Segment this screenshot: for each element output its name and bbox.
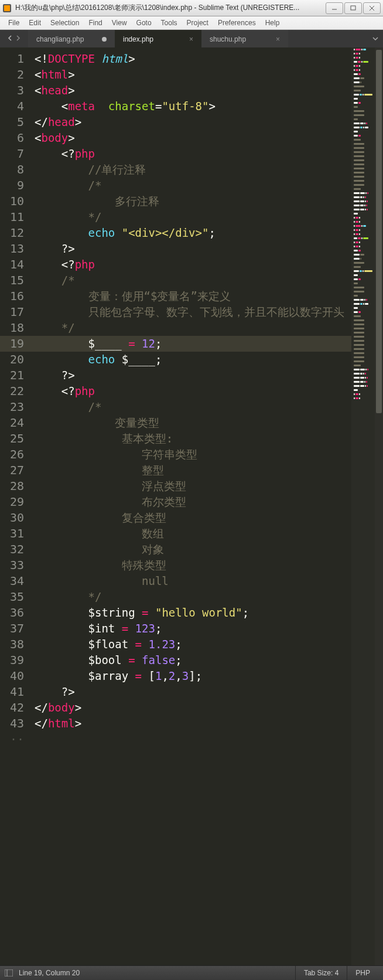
code-line[interactable]: /* — [31, 273, 351, 288]
code-line[interactable]: <?php — [31, 257, 351, 273]
code-line[interactable]: 变量：使用“$变量名”来定义 — [31, 288, 351, 304]
line-number[interactable]: 10 — [0, 193, 31, 209]
code-line[interactable]: $____ = 12; — [31, 336, 351, 352]
code-line[interactable]: 只能包含字母、数字、下划线，并且不能以数字开头 — [31, 304, 351, 320]
line-number[interactable]: 13 — [0, 241, 31, 257]
code-line[interactable]: </head> — [31, 114, 351, 130]
code-line[interactable]: $bool = false; — [31, 652, 351, 668]
line-number[interactable]: 20 — [0, 352, 31, 368]
line-number[interactable]: 37 — [0, 621, 31, 637]
code-line[interactable]: $int = 123; — [31, 621, 351, 637]
menu-tools[interactable]: Tools — [156, 18, 182, 28]
code-line[interactable]: <body> — [31, 130, 351, 146]
line-number[interactable]: 36 — [0, 605, 31, 621]
line-number[interactable]: 39 — [0, 652, 31, 668]
line-number[interactable]: 35 — [0, 589, 31, 605]
code-line[interactable]: <head> — [31, 83, 351, 98]
line-number[interactable]: 14 — [0, 257, 31, 273]
menu-view[interactable]: View — [107, 18, 132, 28]
tab-changliang[interactable]: changliang.php — [28, 30, 115, 47]
code-line[interactable]: <?php — [31, 383, 351, 399]
line-number[interactable]: 16 — [0, 288, 31, 304]
tab-overflow-button[interactable] — [368, 30, 383, 47]
titlebar[interactable]: H:\我的u盘\php\总结\20161208\老师演示\1208\index.… — [0, 0, 383, 16]
code-line[interactable]: */ — [31, 589, 351, 605]
line-number[interactable]: 11 — [0, 209, 31, 225]
code-line[interactable]: 复合类型 — [31, 510, 351, 526]
line-number[interactable]: 23 — [0, 399, 31, 415]
line-number[interactable]: 22 — [0, 383, 31, 399]
line-number[interactable]: 5 — [0, 114, 31, 130]
tab-index[interactable]: index.php × — [115, 30, 201, 47]
scrollbar-thumb[interactable] — [376, 50, 382, 413]
line-number[interactable]: 32 — [0, 542, 31, 557]
menu-file[interactable]: File — [4, 18, 24, 28]
code-line[interactable]: 变量类型 — [31, 415, 351, 431]
line-number[interactable]: 19 — [0, 336, 31, 352]
code-line[interactable]: 数组 — [31, 526, 351, 542]
code-line[interactable]: null — [31, 573, 351, 589]
code-line[interactable]: */ — [31, 209, 351, 225]
code-line[interactable]: $float = 1.23; — [31, 637, 351, 652]
code-line[interactable]: $string = "hello world"; — [31, 605, 351, 621]
line-number[interactable]: 30 — [0, 510, 31, 526]
minimap[interactable] — [351, 47, 375, 965]
maximize-button[interactable] — [344, 2, 362, 14]
menu-preferences[interactable]: Preferences — [213, 18, 261, 28]
code-line[interactable]: </body> — [31, 700, 351, 716]
line-number[interactable]: 6 — [0, 130, 31, 146]
line-number[interactable]: 43 — [0, 716, 31, 731]
code-line[interactable]: <meta charset="utf-8"> — [31, 98, 351, 114]
vertical-scrollbar[interactable] — [375, 47, 383, 965]
line-number[interactable]: 18 — [0, 320, 31, 336]
menu-selection[interactable]: Selection — [46, 18, 84, 28]
line-number[interactable]: 34 — [0, 573, 31, 589]
line-number[interactable]: 26 — [0, 447, 31, 462]
code-line[interactable]: 多行注释 — [31, 193, 351, 209]
line-number[interactable]: 27 — [0, 462, 31, 478]
tab-history-forward-icon[interactable] — [14, 35, 22, 43]
sidebar-toggle-icon[interactable] — [5, 969, 13, 977]
code-line[interactable]: ?> — [31, 368, 351, 383]
close-icon[interactable]: × — [276, 35, 280, 43]
line-number[interactable]: 7 — [0, 146, 31, 162]
line-number[interactable]: 9 — [0, 178, 31, 193]
syntax-indicator[interactable]: PHP — [347, 966, 378, 980]
line-number[interactable]: 24 — [0, 415, 31, 431]
tab-shuchu[interactable]: shuchu.php × — [201, 30, 288, 47]
code-line[interactable]: </html> — [31, 716, 351, 731]
line-number[interactable]: 15 — [0, 273, 31, 288]
code-line[interactable]: ?> — [31, 241, 351, 257]
code-line[interactable]: <!DOCTYPE html> — [31, 51, 351, 67]
line-number[interactable]: 3 — [0, 83, 31, 98]
line-number[interactable]: 12 — [0, 225, 31, 241]
line-number[interactable]: 33 — [0, 557, 31, 573]
line-number[interactable]: 1 — [0, 51, 31, 67]
code-line[interactable]: <?php — [31, 146, 351, 162]
close-button[interactable] — [363, 2, 381, 14]
code-line[interactable]: echo "<div></div>"; — [31, 225, 351, 241]
code-line[interactable]: <html> — [31, 67, 351, 83]
code-line[interactable]: /* — [31, 178, 351, 193]
line-number[interactable]: 40 — [0, 668, 31, 684]
code-line[interactable]: $array = [1,2,3]; — [31, 668, 351, 684]
line-number[interactable]: 41 — [0, 684, 31, 700]
menu-project[interactable]: Project — [182, 18, 213, 28]
code-line[interactable]: //单行注释 — [31, 162, 351, 178]
code-line[interactable]: 布尔类型 — [31, 494, 351, 510]
line-number[interactable]: 42 — [0, 700, 31, 716]
line-number[interactable]: 31 — [0, 526, 31, 542]
code-line[interactable]: /* — [31, 399, 351, 415]
line-number[interactable]: 8 — [0, 162, 31, 178]
tab-history-back-icon[interactable] — [6, 35, 14, 43]
menu-help[interactable]: Help — [261, 18, 285, 28]
menu-goto[interactable]: Goto — [132, 18, 156, 28]
line-number[interactable]: 2 — [0, 67, 31, 83]
code-area[interactable]: <!DOCTYPE html><html><head> <meta charse… — [31, 47, 351, 965]
line-number[interactable]: 38 — [0, 637, 31, 652]
menu-edit[interactable]: Edit — [24, 18, 46, 28]
line-number[interactable]: 17 — [0, 304, 31, 320]
line-number[interactable]: 28 — [0, 478, 31, 494]
code-line[interactable]: echo $____; — [31, 352, 351, 368]
cursor-position[interactable]: Line 19, Column 20 — [19, 969, 80, 977]
